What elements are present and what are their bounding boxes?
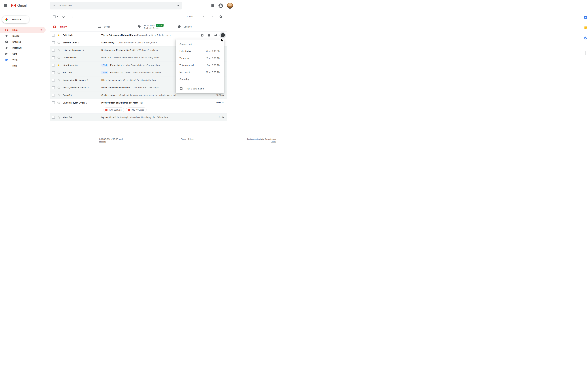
subject: Business Trip — [110, 71, 123, 74]
row-checkbox[interactable] — [52, 86, 55, 89]
thread-count: 3 — [83, 49, 84, 51]
sidebar-item-work[interactable]: Work — [0, 57, 46, 63]
sidebar-item-sent[interactable]: Sent — [0, 51, 46, 57]
email-row[interactable]: Cameron, Tyler, Dylan6Pictures from boar… — [50, 99, 227, 114]
gmail-envelope-icon — [11, 4, 16, 8]
inbox-category-tabs: Primary Social Promotions2 new Think wit… — [50, 22, 227, 32]
snippet: I'll be leaving in a few days. Here is m… — [114, 116, 168, 118]
tab-updates[interactable]: Updates — [169, 22, 209, 31]
notifications-bell-icon[interactable] — [218, 3, 224, 8]
chevron-left-icon — [202, 15, 205, 18]
select-all-checkbox[interactable] — [53, 15, 56, 18]
row-checkbox[interactable] — [52, 34, 55, 37]
sidebar-item-snoozed[interactable]: Snoozed — [0, 39, 46, 45]
snooze-option-later-today[interactable]: Later todayWed, 6:00 PM — [176, 47, 224, 54]
row-checkbox[interactable] — [52, 56, 55, 59]
sender: Mizra Sato — [63, 116, 101, 118]
terms-link[interactable]: Terms — [181, 138, 186, 140]
star-outline-icon[interactable] — [57, 56, 60, 59]
search-input[interactable] — [59, 4, 176, 7]
archive-icon — [201, 34, 204, 37]
apps-grid-icon[interactable] — [211, 4, 214, 7]
star-outline-icon[interactable] — [57, 116, 60, 119]
gmail-logo[interactable]: Gmail — [11, 3, 27, 8]
more-options-button[interactable] — [69, 13, 76, 20]
label-chip[interactable]: Work — [101, 64, 108, 67]
sender: Nick Kortendick — [63, 64, 101, 66]
row-checkbox[interactable] — [52, 64, 55, 67]
row-checkbox[interactable] — [52, 79, 55, 82]
settings-button[interactable] — [217, 13, 224, 20]
refresh-button[interactable] — [60, 13, 67, 20]
snooze-option-label: Tomorrow — [180, 57, 190, 59]
star-outline-icon[interactable] — [57, 86, 60, 89]
newer-page-button[interactable] — [200, 13, 207, 20]
tab-subtitle: Think with Google — [144, 27, 164, 29]
pick-date-time-item[interactable]: Pick a date & time — [176, 84, 224, 93]
main-menu-icon[interactable] — [2, 2, 9, 9]
select-options-caret-icon[interactable] — [57, 16, 58, 17]
row-checkbox[interactable] — [52, 116, 55, 119]
privacy-link[interactable]: Privacy — [188, 138, 194, 140]
star-outline-icon[interactable] — [57, 49, 60, 52]
snooze-option-label: Next week — [180, 71, 190, 73]
sidebar-item-starred[interactable]: Starred — [0, 33, 46, 39]
snooze-option-time: Wed, 6:00 PM — [206, 50, 220, 52]
archive[interactable] — [199, 32, 205, 38]
star-outline-icon[interactable] — [57, 71, 60, 74]
row-checkbox[interactable] — [52, 94, 55, 97]
star-filled-icon[interactable] — [57, 34, 60, 37]
row-checkbox[interactable] — [52, 71, 55, 74]
snooze-option-time: Mon, 8:00 AM — [206, 71, 220, 73]
snooze-menu-title: Snooze until… — [176, 40, 224, 47]
clock-icon — [5, 40, 8, 43]
star-filled-icon[interactable] — [57, 64, 60, 67]
star-outline-icon[interactable] — [57, 94, 60, 97]
sidebar-item-important[interactable]: Important — [0, 45, 46, 51]
tab-primary[interactable]: Primary — [50, 22, 89, 31]
snooze-option-tomorrow[interactable]: TomorrowThu, 8:00 AM — [176, 54, 224, 61]
inbox-tab-icon — [53, 25, 56, 28]
snippet: Great. Let's meet at Jack's at 8am, then… — [118, 42, 157, 44]
row-checkbox[interactable] — [52, 41, 55, 44]
search-icon[interactable] — [53, 4, 56, 7]
snooze-button[interactable] — [219, 32, 226, 39]
refresh-icon — [62, 15, 65, 18]
sidebar-item-label: Important — [12, 47, 46, 49]
account-avatar[interactable] — [227, 3, 233, 9]
label-chip[interactable]: Work — [101, 71, 108, 74]
email-row[interactable]: Mizra SatoMy roadtrip – I'll be leaving … — [50, 114, 227, 121]
search-options-caret-icon[interactable] — [177, 5, 179, 6]
snippet: Planning for a trip in July. Are you in — [137, 34, 171, 36]
mark-read[interactable] — [213, 32, 219, 38]
manage-storage-link[interactable]: Manage — [99, 141, 106, 143]
row-checkbox[interactable] — [52, 49, 55, 51]
attachment-chip[interactable]: IMG_0916.jpg — [126, 108, 147, 112]
tab-social[interactable]: Social — [89, 22, 129, 31]
older-page-button[interactable] — [209, 13, 216, 20]
sender: Anissa, Meredith, James3 — [63, 86, 101, 89]
row-checkbox[interactable] — [52, 101, 55, 104]
sender: Brianna, John2 — [63, 42, 101, 44]
compose-button[interactable]: Compose — [2, 16, 29, 23]
attachment-chip[interactable]: IMG_0906.jpg — [104, 108, 124, 112]
storage-usage: 0.33 GB (2%) of 15 GB used — [99, 138, 123, 140]
thread-count: 5 — [87, 79, 88, 81]
sender: Tim Greer — [63, 71, 101, 74]
subject-snippet: Cooking classes – Check out the upcoming… — [101, 94, 212, 96]
subject-snippet: Pictures from board game last night – lo… — [101, 101, 212, 104]
search-bar[interactable] — [50, 2, 182, 9]
snooze-option-this-weekend[interactable]: This weekendSat, 8:00 AM — [176, 61, 224, 68]
subject: Mike's surprise birthday dinner — [101, 86, 130, 89]
star-outline-icon[interactable] — [57, 101, 60, 104]
star-outline-icon[interactable] — [57, 41, 60, 44]
star-outline-icon[interactable] — [57, 79, 60, 82]
delete[interactable] — [206, 32, 212, 38]
snooze-option-someday[interactable]: Someday — [176, 75, 224, 83]
snooze-option-next-week[interactable]: Next weekMon, 8:00 AM — [176, 68, 224, 75]
subject-snippet: My roadtrip – I'll be leaving in a few d… — [101, 116, 212, 118]
sidebar-item-more[interactable]: More — [0, 63, 46, 69]
tab-promotions[interactable]: Promotions2 new Think with Google — [129, 22, 169, 31]
email-row[interactable]: Salit KullaTrip to Cairngorms National P… — [50, 32, 227, 39]
sidebar-item-inbox[interactable]: Inbox 3 — [0, 27, 46, 33]
